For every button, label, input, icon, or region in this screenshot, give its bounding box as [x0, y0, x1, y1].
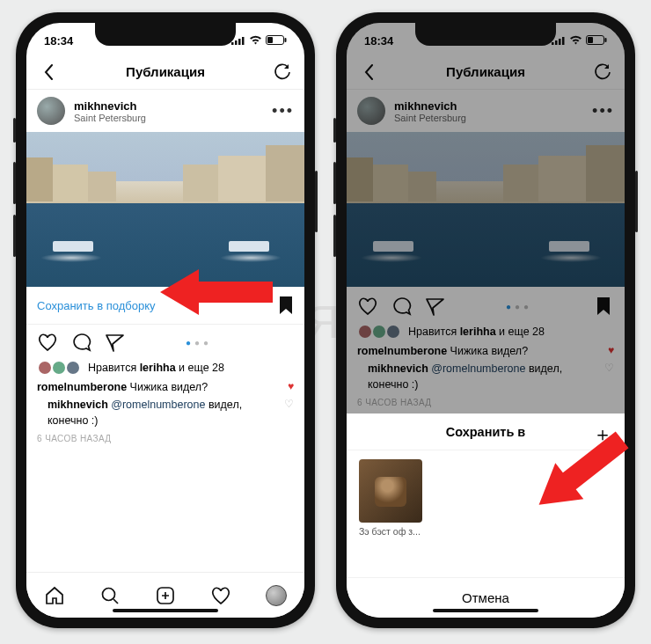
bookmark-icon[interactable]: [278, 296, 294, 315]
liker-avatar: [65, 360, 81, 376]
comment-reply: ♡ mikhnevich @romelnumberone видел, коне…: [26, 397, 304, 430]
mention[interactable]: @romelnumberone: [111, 399, 205, 411]
home-indicator[interactable]: [113, 609, 218, 612]
svg-marker-20: [525, 421, 635, 523]
tab-activity[interactable]: [209, 584, 232, 607]
more-button[interactable]: •••: [272, 102, 294, 121]
svg-rect-2: [238, 39, 241, 45]
svg-rect-0: [231, 42, 234, 45]
save-to-collection-link[interactable]: Сохранить в подборку: [37, 299, 156, 312]
svg-line-8: [113, 599, 118, 604]
timestamp: 6 ЧАСОВ НАЗАД: [26, 430, 304, 447]
phone-frame-left: 18:34 Публикация: [16, 12, 315, 628]
phone-frame-right: 18:34 Публикация: [336, 12, 635, 628]
svg-marker-12: [160, 269, 273, 315]
comment-like-icon[interactable]: ♥: [288, 379, 294, 394]
comment-user[interactable]: mikhnevich: [48, 399, 108, 411]
collection-name: Зэ бэст оф з...: [359, 526, 422, 537]
post-location[interactable]: Saint Petersburg: [74, 113, 146, 123]
likes-row[interactable]: Нравится lerihha и еще 28: [26, 360, 304, 379]
carousel-dots: ●●●: [186, 338, 212, 348]
tab-profile[interactable]: [265, 584, 288, 607]
svg-rect-5: [267, 37, 273, 43]
collection-thumb: [359, 459, 422, 523]
wifi-icon: [249, 34, 262, 48]
comment-button[interactable]: [70, 332, 91, 353]
collection-item[interactable]: Зэ бэст оф з...: [359, 459, 422, 537]
notch: [95, 23, 236, 46]
svg-point-7: [102, 588, 114, 600]
post-header: mikhnevich Saint Petersburg •••: [26, 90, 304, 132]
home-indicator[interactable]: [433, 609, 538, 612]
battery-icon: [266, 34, 287, 48]
annotation-arrow-right: [512, 412, 635, 544]
svg-rect-6: [285, 38, 287, 42]
post-username[interactable]: mikhnevich: [74, 99, 146, 113]
modal-overlay[interactable]: [347, 23, 625, 414]
action-row: ●●●: [26, 325, 304, 360]
like-button[interactable]: [37, 332, 58, 353]
notch: [415, 23, 556, 46]
annotation-arrow-left: [160, 262, 273, 322]
back-button[interactable]: [39, 62, 58, 82]
status-time: 18:34: [44, 34, 73, 48]
reload-button[interactable]: [273, 62, 292, 82]
tab-home[interactable]: [43, 584, 66, 607]
tab-new-post[interactable]: [154, 584, 177, 607]
svg-rect-1: [235, 40, 238, 45]
tab-search[interactable]: [99, 584, 121, 607]
comment-user[interactable]: romelnumberone: [37, 381, 127, 393]
navbar: Публикация: [26, 55, 304, 90]
comment: ♥ romelnumberone Чижика видел?: [26, 379, 304, 397]
svg-rect-3: [242, 37, 245, 45]
share-button[interactable]: [104, 332, 125, 353]
avatar[interactable]: [37, 97, 65, 125]
comment-like-icon[interactable]: ♡: [284, 397, 294, 412]
page-title: Публикация: [126, 64, 205, 79]
